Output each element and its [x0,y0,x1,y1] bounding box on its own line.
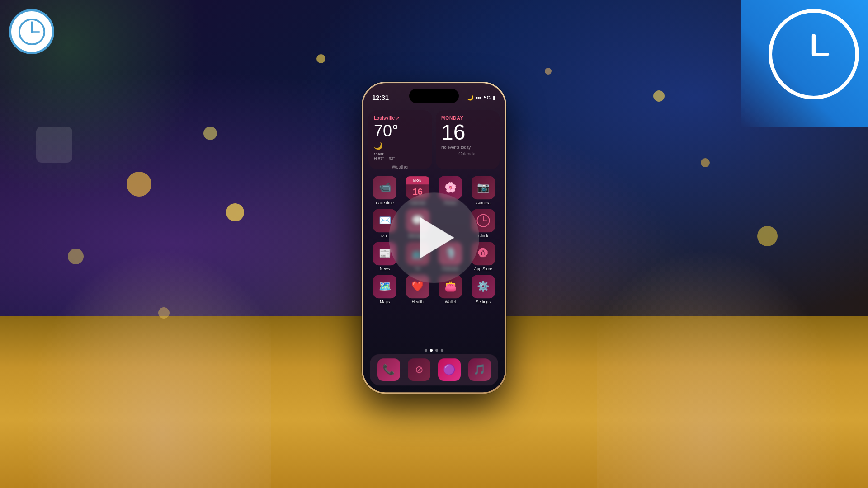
app-row-2: ✉️ Mail 💬 Messages [368,209,500,238]
app-health[interactable]: ❤️ Health [404,275,432,304]
health-icon: ❤️ [406,275,429,298]
camera-label: Camera [476,201,491,205]
health-label: Health [412,300,424,304]
clock-icon-topleft [9,9,54,54]
app-photos[interactable]: 🌸 Photos [436,176,464,205]
tv-label: TV [415,267,420,271]
hand-left [0,217,271,488]
phone-screen: 12:31 🌙 ▪▪▪ 5G ▮ Louisville ↗ [363,83,505,392]
music-icon-sym: 🎵 [473,364,486,375]
wallet-label: Wallet [445,300,456,304]
messages-label: Messages [408,234,427,238]
bokeh-light [701,158,710,167]
clock-app-svg [476,214,490,227]
messages-icon: 💬 [406,209,429,232]
app-messages[interactable]: 💬 Messages [404,209,432,238]
mail-icon: ✉️ [373,209,396,232]
app-grid: 📹 FaceTime MON 16 Calendar [368,176,500,308]
app-news[interactable]: 📰 News [371,242,399,271]
phone-inner: 12:31 🌙 ▪▪▪ 5G ▮ Louisville ↗ [363,83,505,392]
appstore-icon: 🅐 [472,242,495,265]
app-row-4: 🗺️ Maps ❤️ Health 👛 [368,275,500,304]
clock-svg-small [18,18,46,46]
status-icons: 🌙 ▪▪▪ 5G ▮ [467,94,496,101]
calendar-app-label: Calendar [409,201,426,205]
phone-wrapper: 12:31 🌙 ▪▪▪ 5G ▮ Louisville ↗ [362,82,506,394]
app-calendar[interactable]: MON 16 Calendar [404,176,432,205]
page-dot-2 [430,349,433,352]
weather-condition: Clear [374,152,427,156]
weather-temperature: 70° [374,122,427,141]
maps-label: Maps [380,300,390,304]
facetime-label: FaceTime [376,201,394,205]
app-camera[interactable]: 📷 Camera [469,176,497,205]
widget-calendar[interactable]: MONDAY 16 No events today Calendar [436,110,500,169]
dock-safari[interactable]: ⊘ [408,358,430,381]
weather-hl: H:87° L:63° [374,156,427,161]
page-dot-3 [435,349,438,352]
mail-label: Mail [381,234,389,238]
clock-label: Clock [478,234,488,238]
news-icon: 📰 [373,242,396,265]
app-row-3: 📰 News 📺 TV 🎙️ [368,242,500,271]
facetime-icon: 📹 [373,176,396,199]
weather-moon-icon: 🌙 [374,141,427,150]
appstore-label: App Store [474,267,492,271]
battery-icon: ▮ [493,94,496,101]
tv-icon: 📺 [406,242,429,265]
calendar-label: Calendar [441,151,494,156]
moon-icon: 🌙 [467,94,474,101]
signal-icon: ▪▪▪ [476,94,482,101]
dock-messages[interactable]: 🟣 [438,358,461,381]
camera-icon: 📷 [472,176,495,199]
weather-label: Weather [374,164,427,169]
widget-weather[interactable]: Louisville ↗ 70° 🌙 Clear H:87° L:63° Wea… [368,110,432,169]
calendar-icon: MON 16 [406,176,429,199]
settings-label: Settings [476,300,491,304]
dock: 📞 ⊘ 🟣 🎵 [370,354,498,385]
status-time: 12:31 [372,94,389,101]
app-wallet[interactable]: 👛 Wallet [436,275,464,304]
calendar-events: No events today [441,145,494,150]
clock-svg-large [787,27,841,81]
phone-frame: 12:31 🌙 ▪▪▪ 5G ▮ Louisville ↗ [362,82,506,394]
apple-logo [36,127,72,163]
dynamic-island [409,89,459,103]
safari-icon-sym: ⊘ [415,364,423,375]
weather-location: Louisville ↗ [374,116,427,121]
clock-icon-topright [741,0,868,127]
wallet-icon: 👛 [439,275,462,298]
clock-circle-large [769,9,859,99]
clock-app-icon [472,209,495,232]
empty-slot [439,209,462,232]
calendar-date: 16 [441,122,494,143]
imessage-icon-sym: 🟣 [443,364,455,375]
bokeh-light [653,90,665,102]
app-tv[interactable]: 📺 TV [404,242,432,271]
dock-phone[interactable]: 📞 [377,358,400,381]
widgets-area: Louisville ↗ 70° 🌙 Clear H:87° L:63° Wea… [368,110,500,169]
bokeh-light [316,54,326,63]
bokeh-light [545,68,552,75]
carrier-label: 5G [484,95,491,100]
hand-right [597,217,868,488]
app-settings[interactable]: ⚙️ Settings [469,275,497,304]
app-appstore[interactable]: 🅐 App Store [469,242,497,271]
app-empty [436,209,464,238]
dock-music[interactable]: 🎵 [468,358,491,381]
settings-icon: ⚙️ [472,275,495,298]
photos-icon: 🌸 [439,176,462,199]
page-dot-1 [425,349,427,352]
app-row-1: 📹 FaceTime MON 16 Calendar [368,176,500,205]
podcasts-label: Podcasts [442,267,459,271]
app-clock[interactable]: Clock [469,209,497,238]
arrow-icon: ↗ [396,116,399,121]
page-dot-4 [441,349,443,352]
app-maps[interactable]: 🗺️ Maps [371,275,399,304]
maps-icon: 🗺️ [373,275,396,298]
news-label: News [380,267,390,271]
phone-icon-sym: 📞 [382,364,395,375]
app-facetime[interactable]: 📹 FaceTime [371,176,399,205]
app-mail[interactable]: ✉️ Mail [371,209,399,238]
app-podcasts[interactable]: 🎙️ Podcasts [436,242,464,271]
